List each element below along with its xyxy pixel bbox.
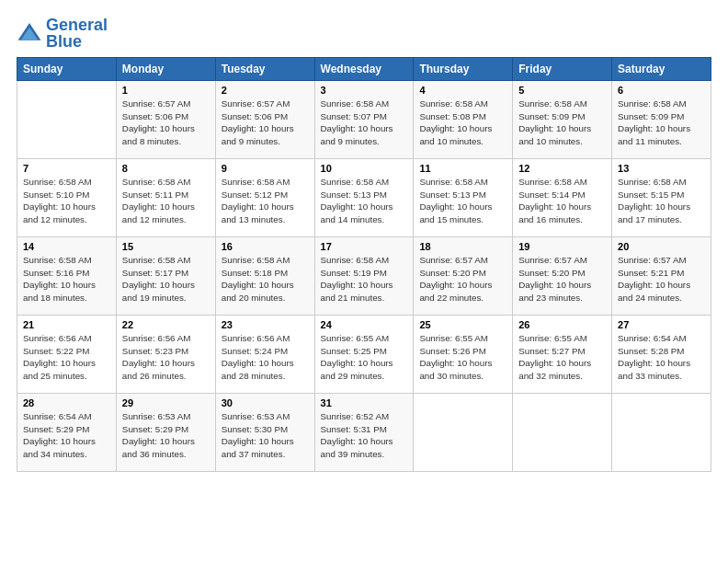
day-number: 16 — [222, 241, 309, 252]
day-number: 12 — [518, 163, 606, 174]
day-number: 14 — [23, 241, 110, 252]
calendar-table: SundayMondayTuesdayWednesdayThursdayFrid… — [17, 57, 711, 472]
week-row-3: 14Sunrise: 6:58 AMSunset: 5:16 PMDayligh… — [17, 237, 711, 316]
day-number: 2 — [222, 85, 309, 96]
header-wednesday: Wednesday — [314, 58, 414, 81]
header-thursday: Thursday — [414, 58, 513, 81]
header-saturday: Saturday — [612, 58, 711, 81]
day-detail: Sunrise: 6:55 AMSunset: 5:26 PMDaylight:… — [419, 332, 506, 383]
day-number: 8 — [122, 163, 210, 174]
day-number: 3 — [321, 85, 408, 96]
day-cell: 16Sunrise: 6:58 AMSunset: 5:18 PMDayligh… — [215, 237, 314, 316]
day-number: 27 — [618, 319, 705, 330]
day-detail: Sunrise: 6:55 AMSunset: 5:25 PMDaylight:… — [321, 332, 408, 383]
week-row-5: 28Sunrise: 6:54 AMSunset: 5:29 PMDayligh… — [17, 394, 711, 472]
day-cell: 17Sunrise: 6:58 AMSunset: 5:19 PMDayligh… — [314, 237, 414, 316]
header-sunday: Sunday — [17, 58, 117, 81]
day-number: 21 — [23, 319, 110, 330]
day-number: 20 — [618, 241, 705, 252]
day-cell: 24Sunrise: 6:55 AMSunset: 5:25 PMDayligh… — [314, 316, 414, 394]
day-number: 9 — [222, 163, 309, 174]
day-number: 22 — [122, 319, 210, 330]
day-cell: 13Sunrise: 6:58 AMSunset: 5:15 PMDayligh… — [612, 159, 711, 237]
day-number: 23 — [222, 319, 309, 330]
day-number: 15 — [122, 241, 210, 252]
day-cell: 31Sunrise: 6:52 AMSunset: 5:31 PMDayligh… — [314, 394, 414, 472]
day-detail: Sunrise: 6:57 AMSunset: 5:20 PMDaylight:… — [518, 254, 606, 304]
day-number: 4 — [419, 85, 506, 96]
day-cell: 5Sunrise: 6:58 AMSunset: 5:09 PMDaylight… — [513, 81, 612, 159]
day-cell: 12Sunrise: 6:58 AMSunset: 5:14 PMDayligh… — [513, 159, 612, 237]
day-cell: 15Sunrise: 6:58 AMSunset: 5:17 PMDayligh… — [116, 237, 215, 316]
day-cell: 10Sunrise: 6:58 AMSunset: 5:13 PMDayligh… — [314, 159, 414, 237]
logo-icon — [17, 20, 42, 46]
day-detail: Sunrise: 6:58 AMSunset: 5:17 PMDaylight:… — [122, 254, 210, 304]
day-cell: 18Sunrise: 6:57 AMSunset: 5:20 PMDayligh… — [414, 237, 513, 316]
day-cell: 14Sunrise: 6:58 AMSunset: 5:16 PMDayligh… — [17, 237, 117, 316]
day-number: 31 — [321, 397, 408, 408]
day-cell: 28Sunrise: 6:54 AMSunset: 5:29 PMDayligh… — [17, 394, 117, 472]
day-cell: 4Sunrise: 6:58 AMSunset: 5:08 PMDaylight… — [414, 81, 513, 159]
day-cell: 22Sunrise: 6:56 AMSunset: 5:23 PMDayligh… — [116, 316, 215, 394]
day-detail: Sunrise: 6:58 AMSunset: 5:16 PMDaylight:… — [23, 254, 110, 304]
day-cell: 3Sunrise: 6:58 AMSunset: 5:07 PMDaylight… — [314, 81, 414, 159]
day-detail: Sunrise: 6:56 AMSunset: 5:23 PMDaylight:… — [122, 332, 210, 383]
day-cell: 23Sunrise: 6:56 AMSunset: 5:24 PMDayligh… — [215, 316, 314, 394]
day-detail: Sunrise: 6:53 AMSunset: 5:30 PMDaylight:… — [222, 410, 309, 461]
day-detail: Sunrise: 6:58 AMSunset: 5:13 PMDaylight:… — [321, 176, 408, 226]
logo-text: General Blue — [46, 17, 108, 50]
day-detail: Sunrise: 6:58 AMSunset: 5:14 PMDaylight:… — [518, 176, 606, 226]
day-number: 13 — [618, 163, 705, 174]
day-cell: 30Sunrise: 6:53 AMSunset: 5:30 PMDayligh… — [215, 394, 314, 472]
day-cell — [513, 394, 612, 472]
day-detail: Sunrise: 6:52 AMSunset: 5:31 PMDaylight:… — [321, 410, 408, 461]
day-number: 30 — [222, 397, 309, 408]
header: General Blue — [17, 17, 711, 50]
day-cell: 1Sunrise: 6:57 AMSunset: 5:06 PMDaylight… — [116, 81, 215, 159]
day-number: 18 — [419, 241, 506, 252]
day-detail: Sunrise: 6:54 AMSunset: 5:28 PMDaylight:… — [618, 332, 705, 383]
day-cell: 11Sunrise: 6:58 AMSunset: 5:13 PMDayligh… — [414, 159, 513, 237]
day-cell: 25Sunrise: 6:55 AMSunset: 5:26 PMDayligh… — [414, 316, 513, 394]
page: General Blue SundayMondayTuesdayWednesda… — [0, 0, 728, 563]
day-detail: Sunrise: 6:57 AMSunset: 5:20 PMDaylight:… — [419, 254, 506, 304]
day-cell: 19Sunrise: 6:57 AMSunset: 5:20 PMDayligh… — [513, 237, 612, 316]
day-cell — [414, 394, 513, 472]
day-number: 19 — [518, 241, 606, 252]
day-detail: Sunrise: 6:58 AMSunset: 5:07 PMDaylight:… — [321, 98, 408, 148]
day-detail: Sunrise: 6:57 AMSunset: 5:06 PMDaylight:… — [222, 98, 309, 148]
header-tuesday: Tuesday — [215, 58, 314, 81]
day-cell: 8Sunrise: 6:58 AMSunset: 5:11 PMDaylight… — [116, 159, 215, 237]
day-number: 29 — [122, 397, 210, 408]
day-detail: Sunrise: 6:58 AMSunset: 5:18 PMDaylight:… — [222, 254, 309, 304]
header-row: SundayMondayTuesdayWednesdayThursdayFrid… — [17, 58, 711, 81]
day-detail: Sunrise: 6:56 AMSunset: 5:24 PMDaylight:… — [222, 332, 309, 383]
day-detail: Sunrise: 6:58 AMSunset: 5:13 PMDaylight:… — [419, 176, 506, 226]
day-cell — [17, 81, 117, 159]
day-detail: Sunrise: 6:58 AMSunset: 5:12 PMDaylight:… — [222, 176, 309, 226]
day-detail: Sunrise: 6:57 AMSunset: 5:21 PMDaylight:… — [618, 254, 705, 304]
day-cell — [612, 394, 711, 472]
day-detail: Sunrise: 6:58 AMSunset: 5:15 PMDaylight:… — [618, 176, 705, 226]
day-number: 6 — [618, 85, 705, 96]
day-number: 24 — [321, 319, 408, 330]
day-number: 26 — [518, 319, 606, 330]
day-detail: Sunrise: 6:58 AMSunset: 5:19 PMDaylight:… — [321, 254, 408, 304]
day-detail: Sunrise: 6:58 AMSunset: 5:11 PMDaylight:… — [122, 176, 210, 226]
header-monday: Monday — [116, 58, 215, 81]
day-cell: 26Sunrise: 6:55 AMSunset: 5:27 PMDayligh… — [513, 316, 612, 394]
day-detail: Sunrise: 6:55 AMSunset: 5:27 PMDaylight:… — [518, 332, 606, 383]
day-number: 11 — [419, 163, 506, 174]
week-row-2: 7Sunrise: 6:58 AMSunset: 5:10 PMDaylight… — [17, 159, 711, 237]
day-detail: Sunrise: 6:53 AMSunset: 5:29 PMDaylight:… — [122, 410, 210, 461]
day-detail: Sunrise: 6:54 AMSunset: 5:29 PMDaylight:… — [23, 410, 110, 461]
day-detail: Sunrise: 6:56 AMSunset: 5:22 PMDaylight:… — [23, 332, 110, 383]
day-cell: 2Sunrise: 6:57 AMSunset: 5:06 PMDaylight… — [215, 81, 314, 159]
day-number: 10 — [321, 163, 408, 174]
header-friday: Friday — [513, 58, 612, 81]
day-number: 17 — [321, 241, 408, 252]
day-detail: Sunrise: 6:58 AMSunset: 5:09 PMDaylight:… — [618, 98, 705, 148]
day-number: 25 — [419, 319, 506, 330]
day-number: 1 — [122, 85, 210, 96]
day-cell: 9Sunrise: 6:58 AMSunset: 5:12 PMDaylight… — [215, 159, 314, 237]
